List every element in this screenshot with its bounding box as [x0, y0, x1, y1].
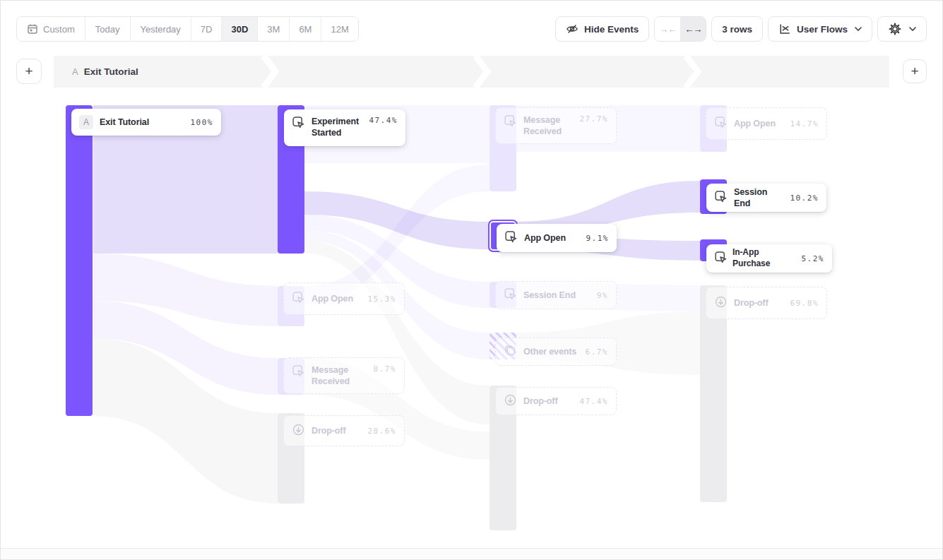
node-name: In-App Purchase — [733, 247, 797, 269]
event-icon — [292, 291, 305, 307]
node-pct: 15.3% — [367, 294, 396, 304]
event-icon — [504, 287, 517, 304]
user-flows-app: Custom Today Yesterday 7D 30D 3M 6M 12M … — [0, 0, 943, 560]
node-pct: 10.2% — [790, 193, 819, 203]
calendar-icon — [27, 23, 38, 35]
gear-icon — [888, 22, 902, 36]
node-name: Experiment Started — [312, 116, 362, 139]
hide-events-button[interactable]: Hide Events — [555, 16, 649, 42]
node-pct: 14.7% — [790, 119, 819, 129]
date-range-3m[interactable]: 3M — [258, 17, 290, 41]
node-card-dropoff[interactable]: Drop-off 28.6% — [283, 415, 405, 446]
node-card-session-end[interactable]: Session End 9% — [495, 281, 617, 309]
chevron-down-icon — [909, 27, 916, 31]
expand-columns-button[interactable]: ←→ — [680, 17, 706, 41]
event-icon — [292, 364, 305, 381]
add-step-left-button[interactable]: + — [16, 59, 42, 84]
date-range-label: Custom — [43, 24, 75, 35]
node-pct: 9.1% — [586, 234, 610, 243]
step-separator-chevron — [261, 56, 280, 88]
date-range-custom[interactable]: Custom — [17, 17, 85, 41]
node-name: Drop-off — [734, 297, 769, 309]
node-bar-exit-tutorial[interactable] — [66, 105, 93, 416]
settings-button[interactable] — [877, 16, 927, 42]
node-pct: 27.7% — [579, 114, 608, 124]
node-card-experiment-started[interactable]: Experiment Started 47.4% — [284, 109, 405, 146]
add-step-right-button[interactable]: + — [903, 59, 927, 83]
node-card-exit-tutorial[interactable]: A Exit Tutorial 100% — [71, 109, 221, 136]
node-name: Session End — [523, 290, 576, 301]
node-pct: 9% — [597, 291, 608, 300]
node-name: Other events — [523, 346, 576, 357]
event-icon — [504, 114, 517, 131]
event-icon — [292, 116, 305, 132]
eye-off-icon — [566, 23, 579, 35]
node-pct: 100% — [191, 118, 214, 127]
node-name: Message Received — [312, 364, 367, 388]
expand-arrows-icon: ←→ — [684, 24, 701, 35]
event-icon — [504, 230, 518, 246]
rows-button[interactable]: 3 rows — [711, 16, 763, 42]
node-card-app-open[interactable]: App Open 15.3% — [283, 282, 405, 315]
node-name: Message Received — [523, 114, 573, 138]
node-pct: 5.2% — [802, 254, 825, 263]
node-pct: 47.4% — [369, 116, 398, 125]
toolbar-right: Hide Events →← ←→ 3 rows User Flo — [555, 16, 927, 42]
node-name: App Open — [524, 232, 566, 244]
date-range-today[interactable]: Today — [85, 17, 131, 41]
date-range-control: Custom Today Yesterday 7D 30D 3M 6M 12M — [16, 16, 359, 42]
node-card-message-received[interactable]: Message Received 27.7% — [495, 107, 617, 144]
node-name: App Open — [734, 118, 776, 129]
dropoff-icon — [504, 393, 517, 410]
flow-header: + A Exit Tutorial + — [16, 56, 927, 88]
step-badge: A — [72, 66, 78, 77]
node-pct: 8.7% — [374, 364, 397, 374]
flow-links — [1, 93, 943, 548]
event-icon — [714, 190, 728, 206]
toolbar: Custom Today Yesterday 7D 30D 3M 6M 12M … — [16, 16, 927, 42]
dropoff-icon — [714, 295, 728, 311]
node-pct: 6.7% — [586, 347, 609, 357]
collapse-arrows-icon: →← — [659, 24, 676, 35]
user-flows-icon — [778, 23, 791, 35]
node-card-in-app-purchase[interactable]: In-App Purchase 5.2% — [706, 244, 832, 273]
date-range-7d[interactable]: 7D — [191, 17, 223, 41]
date-range-30d[interactable]: 30D — [222, 17, 258, 41]
step-separator-chevron — [684, 56, 702, 88]
hide-events-label: Hide Events — [584, 24, 639, 35]
node-name: Session End — [734, 186, 783, 210]
date-range-yesterday[interactable]: Yesterday — [131, 17, 191, 41]
node-card-dropoff[interactable]: Drop-off 69.8% — [706, 287, 827, 319]
step-separator-chevron — [473, 56, 492, 88]
node-card-app-open[interactable]: App Open 14.7% — [706, 107, 827, 140]
node-name: Exit Tutorial — [100, 117, 149, 128]
date-range-12m[interactable]: 12M — [321, 17, 357, 41]
node-card-session-end[interactable]: Session End 10.2% — [706, 184, 826, 212]
node-badge: A — [79, 115, 93, 129]
node-name: Drop-off — [312, 425, 346, 436]
view-selector-label: User Flows — [797, 24, 848, 35]
collapse-columns-button[interactable]: →← — [655, 17, 680, 41]
node-name: Drop-off — [523, 395, 558, 407]
dropoff-icon — [292, 423, 305, 439]
chevron-down-icon — [855, 27, 862, 31]
node-pct: 69.8% — [790, 299, 819, 308]
node-pct: 47.4% — [579, 397, 608, 406]
date-range-6m[interactable]: 6M — [290, 17, 321, 41]
other-events-icon — [504, 344, 517, 360]
node-card-message-received[interactable]: Message Received 8.7% — [283, 357, 405, 394]
node-name: App Open — [312, 293, 353, 304]
bottom-divider — [1, 548, 942, 559]
step-title: Exit Tutorial — [84, 66, 138, 77]
event-icon — [714, 116, 728, 132]
view-selector-button[interactable]: User Flows — [768, 16, 872, 42]
node-card-app-open[interactable]: App Open 9.1% — [497, 224, 617, 252]
steps-bar[interactable]: A Exit Tutorial — [54, 56, 889, 88]
flow-chart: A Exit Tutorial 100% Experiment Started … — [1, 93, 943, 548]
node-card-dropoff[interactable]: Drop-off 47.4% — [495, 387, 617, 415]
event-icon — [714, 251, 728, 267]
node-pct: 28.6% — [367, 427, 396, 436]
node-card-other-events[interactable]: Other events 6.7% — [495, 338, 617, 366]
column-width-control: →← ←→ — [654, 16, 706, 42]
